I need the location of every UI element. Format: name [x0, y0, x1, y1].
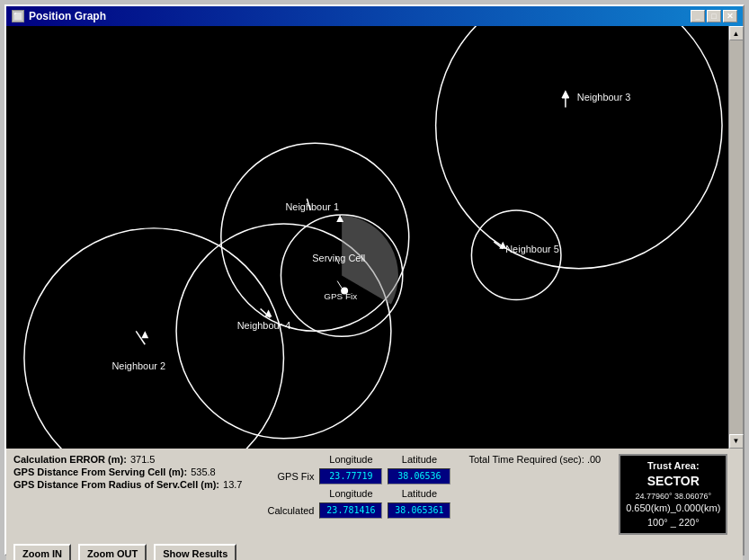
calculated-row: Calculated: [260, 502, 450, 519]
graph-area: Neighbour 3 Neighbour 5 Neighbour 2 Neig…: [6, 26, 728, 449]
trust-area-box: Trust Area: SECTOR 24.77960° 38.06076° 0…: [619, 454, 727, 535]
total-time-label: Total Time Required (sec):: [468, 454, 584, 465]
svg-text:Serving Cell: Serving Cell: [312, 253, 365, 263]
graph-canvas: Neighbour 3 Neighbour 5 Neighbour 2 Neig…: [6, 26, 728, 449]
gps-dist-radius-line: GPS Distance From Radius of Serv.Cell (m…: [13, 479, 242, 490]
gps-dist-serving-label: GPS Distance From Serving Cell (m):: [13, 467, 187, 477]
svg-text:Neighbour 5: Neighbour 5: [505, 244, 559, 254]
trust-angle: 100° _ 220°: [626, 516, 720, 529]
gps-dist-serving-line: GPS Distance From Serving Cell (m): 535.…: [13, 467, 242, 477]
gps-fix-latitude-input[interactable]: [388, 468, 450, 484]
latitude-header2: Latitude: [388, 488, 450, 499]
title-buttons: _ □ ✕: [691, 10, 737, 22]
zoom-in-button[interactable]: Zoom INx2: [13, 544, 71, 560]
title-bar-left: ⬜ Position Graph: [12, 10, 106, 22]
main-window: ⬜ Position Graph _ □ ✕ Neighbour 3 N: [4, 4, 745, 556]
gps-fix-row: GPS Fix: [260, 468, 450, 484]
stats-column: Calculation ERROR (m): 371.5 GPS Distanc…: [13, 454, 242, 490]
trust-sector: SECTOR: [626, 473, 720, 491]
bottom-panel: Calculation ERROR (m): 371.5 GPS Distanc…: [6, 449, 743, 560]
calc-error-line: Calculation ERROR (m): 371.5: [13, 454, 242, 465]
window-title: Position Graph: [29, 10, 106, 22]
svg-text:Neighbour 1: Neighbour 1: [285, 201, 339, 212]
scroll-down-button[interactable]: ▼: [729, 434, 744, 449]
maximize-button[interactable]: □: [707, 10, 721, 22]
calc-longitude-input[interactable]: [319, 502, 382, 519]
svg-text:GPS Fix: GPS Fix: [324, 291, 357, 301]
zoom-out-button[interactable]: Zoom OUTx2: [78, 544, 147, 560]
svg-text:Neighbour 3: Neighbour 3: [577, 92, 631, 102]
scroll-up-button[interactable]: ▲: [729, 26, 744, 40]
scroll-track[interactable]: [729, 40, 743, 434]
trust-coords: 24.77960° 38.06076°: [626, 491, 720, 502]
window-icon: ⬜: [12, 10, 24, 22]
minimize-button[interactable]: _: [691, 10, 705, 22]
bottom-row2: Zoom INx2 Zoom OUTx2 Show ResultsTable: [13, 544, 736, 560]
calculated-label: Calculated: [260, 505, 314, 516]
longitude-header: Longitude: [319, 454, 382, 465]
trust-radius: 0.650(km)_0.000(km): [626, 502, 720, 515]
calc-latitude-input[interactable]: [388, 502, 450, 519]
gps-fix-label: GPS Fix: [260, 471, 314, 482]
trust-area-title: Trust Area:: [626, 459, 720, 473]
gps-dist-serving-value: 535.8: [191, 467, 216, 477]
show-results-button[interactable]: Show ResultsTable: [154, 544, 236, 560]
close-button[interactable]: ✕: [723, 10, 737, 22]
svg-text:Neighbour 2: Neighbour 2: [111, 360, 165, 371]
title-bar: ⬜ Position Graph _ □ ✕: [6, 6, 743, 26]
latitude-header: Latitude: [388, 454, 450, 465]
coords-section: Longitude Latitude GPS Fix Longitude Lat…: [260, 454, 450, 519]
total-time-value: .00: [587, 454, 601, 465]
calc-error-value: 371.5: [130, 454, 156, 465]
gps-fix-longitude-input[interactable]: [319, 468, 382, 484]
calc-error-label: Calculation ERROR (m):: [13, 454, 127, 465]
gps-dist-radius-label: GPS Distance From Radius of Serv.Cell (m…: [13, 479, 219, 490]
longitude-header2: Longitude: [319, 488, 382, 499]
gps-dist-radius-value: 13.7: [223, 479, 242, 490]
svg-text:Neighbour 4: Neighbour 4: [237, 320, 291, 331]
main-content: Neighbour 3 Neighbour 5 Neighbour 2 Neig…: [6, 26, 743, 449]
bottom-row1: Calculation ERROR (m): 371.5 GPS Distanc…: [13, 454, 736, 535]
total-time-section: Total Time Required (sec): .00: [468, 454, 601, 465]
scrollbar-right: ▲ ▼: [728, 26, 743, 449]
